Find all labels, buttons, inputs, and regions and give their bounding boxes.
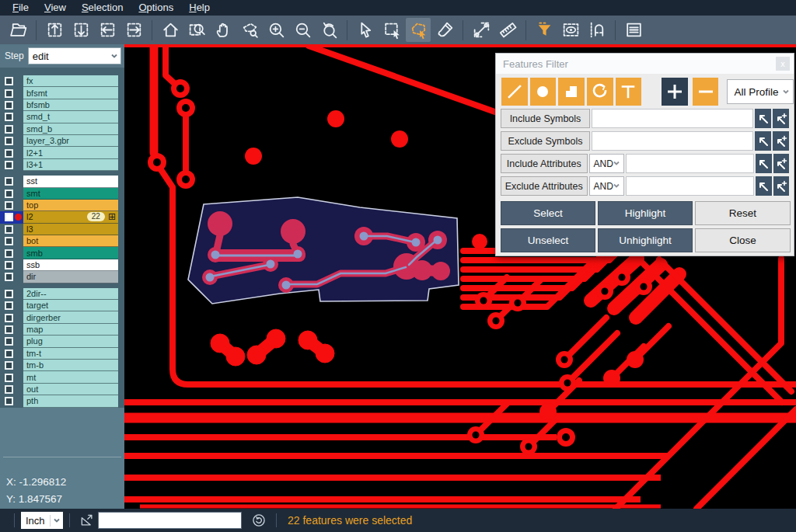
pan-up-icon[interactable] [42,18,67,42]
layer-item-map[interactable]: map [23,324,118,336]
layer-checkbox[interactable] [5,125,13,134]
measure-distance-icon[interactable] [469,18,494,42]
layer-item-l2+1[interactable]: l2+1 [23,147,118,158]
layer-item-dirgerber[interactable]: dirgerber [23,311,118,323]
select-button[interactable]: Select [501,201,595,225]
reset-button[interactable]: Reset [695,201,791,225]
pan-left-icon[interactable] [95,18,120,42]
layer-checkbox[interactable] [5,301,13,310]
pan-right-icon[interactable] [121,18,146,42]
layer-item-plug[interactable]: plug [23,336,118,347]
close-icon[interactable]: x [776,57,790,71]
layer-checkbox[interactable] [5,290,13,298]
layer-checkbox[interactable] [5,201,13,210]
features-filter-icon[interactable] [532,18,557,42]
layer-checkbox[interactable] [5,113,13,121]
layer-item-layer_3.gbr[interactable]: layer_3.gbr [23,135,118,147]
layer-checkbox[interactable] [5,325,13,334]
ruler-icon[interactable] [495,18,520,42]
layer-checkbox[interactable] [5,385,13,394]
add-mode-icon[interactable] [662,78,688,106]
layer-checkbox[interactable] [5,314,13,322]
paint-brush-icon[interactable] [432,18,457,42]
layer-checkbox[interactable] [5,161,13,169]
layer-checkbox[interactable] [5,349,13,358]
grid-icon[interactable]: ⊞ [108,212,116,221]
select-pointer-icon[interactable] [353,18,378,42]
pick-arrow-add-icon[interactable] [773,109,789,128]
layer-item-sst[interactable]: sst [23,176,118,187]
layer-checkbox[interactable] [5,374,13,382]
layer-item-out[interactable]: out [23,384,118,395]
layer-checkbox[interactable] [5,225,13,234]
layer-checkbox[interactable] [5,177,13,186]
command-input[interactable] [98,512,242,529]
layer-item-mt[interactable]: mt [23,371,118,383]
remove-mode-icon[interactable] [693,78,719,106]
unselect-button[interactable]: Unselect [501,228,595,252]
pan-hand-icon[interactable] [211,18,236,42]
layer-checkbox[interactable] [5,261,13,269]
pick-arrow-icon[interactable] [755,109,771,128]
layer-checkbox[interactable] [5,361,13,370]
layer-item-l2[interactable]: l222⊞ [23,211,118,223]
pick-arrow-add-icon[interactable] [773,176,789,196]
layer-item-pth[interactable]: pth [23,395,118,407]
unit-select[interactable]: Inch [21,512,63,529]
menu-help[interactable]: Help [181,0,218,16]
layer-checkbox[interactable] [5,237,13,245]
layer-item-smd_b[interactable]: smd_b [23,123,118,135]
include-attributes-operator-select[interactable]: AND [589,154,625,173]
exclude-attributes-input[interactable] [626,176,754,196]
layer-item-smt[interactable]: smt [23,188,118,200]
close-button[interactable]: Close [695,228,791,252]
zoom-area-icon[interactable] [184,18,209,42]
angle-measure-icon[interactable] [79,513,95,528]
home-view-icon[interactable] [158,18,183,42]
unhighlight-button[interactable]: Unhighlight [598,228,693,252]
snap-icon[interactable] [585,18,609,42]
layer-item-smd_t[interactable]: smd_t [23,111,118,123]
layer-item-fx[interactable]: fx [23,75,118,87]
layer-item-bfsmb[interactable]: bfsmb [23,99,118,111]
feature-type-arc-icon[interactable] [587,78,613,106]
layer-checkbox[interactable] [5,397,13,405]
profile-select[interactable]: All Profile [727,79,794,104]
layer-item-bot[interactable]: bot [23,235,118,247]
menu-view[interactable]: View [37,0,74,16]
zoom-out-icon[interactable] [290,18,315,42]
pick-arrow-icon[interactable] [755,131,771,151]
exclude-attributes-operator-select[interactable]: AND [589,176,625,196]
layer-checkbox[interactable] [5,89,13,98]
menu-file[interactable]: File [5,0,37,16]
layer-checkbox[interactable] [5,213,13,221]
feature-type-surface-icon[interactable] [558,78,585,106]
exclude-symbols-button[interactable]: Exclude Symbols [501,131,590,151]
menu-options[interactable]: Options [131,0,181,16]
layer-item-l3[interactable]: l3 [23,224,118,235]
layer-checkbox[interactable] [5,337,13,346]
layer-checkbox[interactable] [5,249,13,258]
layer-item-top[interactable]: top [23,200,118,211]
feature-type-text-icon[interactable] [616,78,642,106]
pick-arrow-icon[interactable] [756,154,771,173]
zoom-in-icon[interactable] [264,18,288,42]
feature-type-line-icon[interactable] [501,78,528,106]
layer-item-smb[interactable]: smb [23,247,118,259]
pick-arrow-icon[interactable] [756,176,771,196]
zoom-previous-icon[interactable] [316,18,341,42]
layer-item-l3+1[interactable]: l3+1 [23,159,118,171]
pan-down-icon[interactable] [68,18,93,42]
view-box-icon[interactable] [558,18,583,42]
layer-checkbox[interactable] [5,137,13,145]
layer-checkbox[interactable] [5,149,13,158]
include-attributes-button[interactable]: Include Attributes [501,154,588,173]
include-attributes-input[interactable] [626,154,754,173]
highlight-button[interactable]: Highlight [598,201,693,225]
select-polygon-icon[interactable] [406,18,431,42]
exclude-symbols-input[interactable] [592,131,753,151]
layer-item-2dir--[interactable]: 2dir-- [23,288,118,300]
layer-item-target[interactable]: target [23,300,118,311]
pick-arrow-add-icon[interactable] [773,131,789,151]
include-symbols-button[interactable]: Include Symbols [501,109,590,128]
